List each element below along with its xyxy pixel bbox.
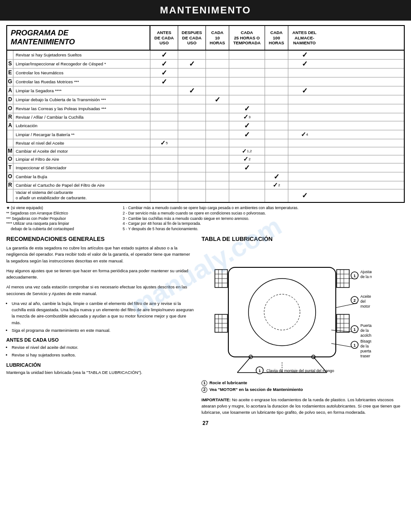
cell: ✓4 [288,130,321,139]
cell [265,147,288,155]
row-letter: T [7,163,13,172]
cell: ✓ [150,51,178,59]
cell [288,172,321,181]
row-label: Cambiar la Bujía [13,172,150,181]
svg-text:Clavija de montaje del puntal : Clavija de montaje del puntal del mango [266,369,334,373]
svg-text:acolchadora: acolchadora [360,333,372,338]
cell: ✓ [229,130,265,139]
note-item: ** Segadoras con Arranque Eléctrico [6,211,118,216]
cell [206,130,229,139]
row-label: Limpiar/Inspeccionar el Recogedor de Cés… [13,60,150,68]
row-label: Revisar el nivel del Aceite [13,139,150,147]
cell [206,163,229,172]
cell: ✓ [288,60,321,68]
cell [265,139,288,147]
row-label: Lubricación [13,121,150,130]
row-cells: ✓2 [150,155,404,163]
recommendations-section: RECOMENDACIONES GENERALES La garantía de… [6,236,194,416]
cell: ✓3 [229,113,265,121]
table-row: O Revisar las Correas y las Poleas Impul… [7,104,404,113]
col-header-6: ANTES DELALMACE-NAMIENTO [288,26,321,50]
row-letter: O [7,104,13,113]
row-letter: R [7,181,13,189]
col-header-3: CADA10HORAS [206,26,229,50]
svg-point-1 [248,279,316,346]
table-row: O Cambiar la Bujía ✓ [7,172,404,181]
before-use-title: ANTES DE CADA USO [6,337,194,343]
recommendations-para-2: Hay algunos ajustes que se tienen que ha… [6,268,194,281]
row-letter: D [7,95,13,104]
row-letter: G [7,77,13,86]
recommendations-para-1: La garantía de esta segadora no cubre lo… [6,245,194,264]
svg-text:1: 1 [353,343,355,348]
cell [229,172,265,181]
cell [178,189,206,202]
row-letter [7,130,13,139]
row-cells: ✓2 [150,181,404,189]
svg-text:puerta: puerta [360,349,371,353]
row-cells: ✓ [150,189,404,202]
row-label: Revisar las Correas y las Poleas Impulsa… [13,104,150,113]
table-row: R Cambiar el Cartucho de Papel del Filtr… [7,181,404,189]
cell [288,121,321,130]
cell [150,181,178,189]
svg-text:de la: de la [360,328,369,333]
cell [178,121,206,130]
row-letter: E [7,69,13,77]
lubrication-table-title: TABLA DE LUBRICACIÓN [201,236,405,242]
cell [178,95,206,104]
lubrication-title: LUBRICACIÓN [6,362,194,368]
cell [206,86,229,95]
row-label: Inspeccionar el Silenciador [13,163,150,172]
cell [265,189,288,202]
cell [178,113,206,121]
cell [206,139,229,147]
cell [150,155,178,163]
table-row: Vaciar el sistema del carburanteo añadir… [7,189,404,202]
row-cells: ✓5 [150,139,404,147]
cell [265,104,288,113]
cell [265,121,288,130]
cell [178,163,206,172]
svg-text:de la rueda: de la rueda [360,275,372,279]
svg-text:1: 1 [353,274,355,278]
cell: ✓ [206,95,229,104]
cell [229,60,265,68]
note-item: 1 - Cambiar más a menudo cuando se opere… [123,206,405,211]
notes-section: ★ (si viene equipado) ** Segadoras con A… [6,206,405,232]
cell [265,60,288,68]
table-row: S Limpiar/Inspeccionar el Recogedor de C… [7,60,404,69]
cell: ✓ [229,163,265,172]
note-item: ★ (si viene equipado) [6,206,118,211]
cell [229,139,265,147]
row-label: Revisar si hay Sujetadores Sueltos [13,51,150,59]
svg-text:del: del [360,299,365,304]
row-letter [7,189,13,202]
cell [265,155,288,163]
cell [265,95,288,104]
cell [150,189,178,202]
row-letter: R [7,113,13,121]
row-label: Cambiar el Cartucho de Papel del Filtro … [13,181,150,189]
cell [206,51,229,59]
cell [229,189,265,202]
page-header: MANTENIMENTO [0,0,411,21]
cell [150,121,178,130]
cell [229,77,265,86]
column-headers: ANTESDE CADAUSO DESPUESDE CADAUSO CADA10… [150,26,404,50]
cell [206,121,229,130]
table-row: R Revisar / Afilar / Cambiar la Cuchilla… [7,113,404,121]
row-letter [7,139,13,147]
table-row: Limpiar / Recargar la Batería ** ✓ ✓4 [7,130,404,139]
cell [178,155,206,163]
row-letter: O [7,155,13,163]
svg-text:Puerta: Puerta [360,323,372,328]
row-letter: A [7,86,13,95]
cell [178,139,206,147]
row-cells: ✓3 [150,113,404,121]
note-item: 5 - Y después de 5 horas de funcionamien… [123,227,405,232]
row-cells: ✓ [150,163,404,172]
lub-note-2: 2 Vea "MOTOR" en la seccion de Mantenimi… [201,386,405,393]
cell [178,172,206,181]
cell [178,181,206,189]
